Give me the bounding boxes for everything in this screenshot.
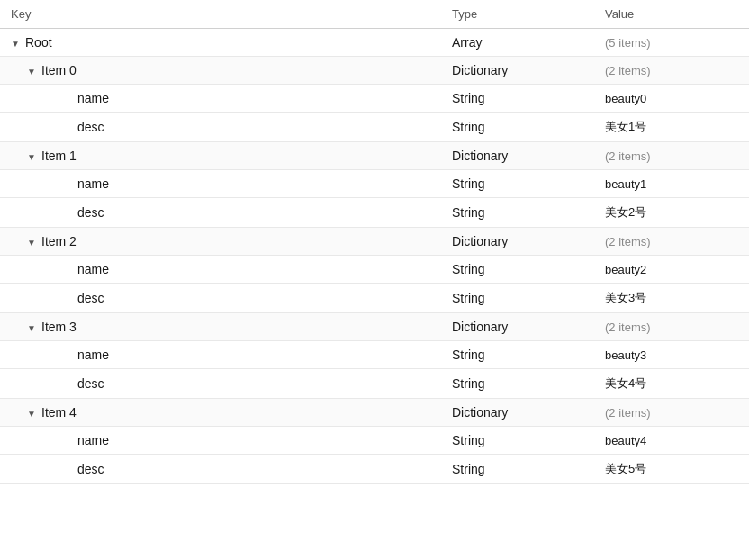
- key-label: desc: [77, 376, 104, 391]
- expand-triangle-icon[interactable]: ▼: [27, 67, 40, 77]
- plist-viewer: Key Type Value ▼RootArray(5 items)▼Item …: [0, 0, 749, 560]
- data-table: Key Type Value ▼RootArray(5 items)▼Item …: [0, 0, 749, 484]
- key-label: Root: [25, 35, 52, 50]
- key-label: desc: [77, 205, 104, 220]
- table-row: nameStringbeauty4: [0, 427, 749, 455]
- key-cell: name: [0, 341, 441, 369]
- key-label: Item 1: [41, 149, 77, 163]
- key-cell: desc: [0, 198, 441, 228]
- key-label: name: [77, 262, 109, 276]
- key-label: Item 4: [41, 405, 77, 420]
- table-row[interactable]: ▼Item 0Dictionary(2 items): [0, 57, 749, 85]
- type-cell: String: [441, 369, 594, 399]
- type-cell: String: [441, 198, 594, 228]
- type-cell: String: [441, 256, 594, 284]
- table-row[interactable]: ▼Item 4Dictionary(2 items): [0, 399, 749, 427]
- type-cell: String: [441, 341, 594, 369]
- value-cell: 美女4号: [594, 369, 749, 399]
- key-label: desc: [77, 291, 104, 305]
- table-row: nameStringbeauty3: [0, 341, 749, 369]
- expand-triangle-icon[interactable]: ▼: [27, 152, 40, 162]
- key-cell: ▼Root: [0, 29, 441, 57]
- type-cell: Dictionary: [441, 399, 594, 427]
- value-cell: (2 items): [594, 142, 749, 170]
- value-column-header: Value: [594, 0, 749, 29]
- value-cell: beauty2: [594, 256, 749, 284]
- key-cell: desc: [0, 369, 441, 399]
- key-label: Item 0: [41, 63, 77, 77]
- type-cell: String: [441, 170, 594, 198]
- value-cell: 美女3号: [594, 284, 749, 313]
- key-cell: ▼Item 0: [0, 57, 441, 85]
- type-cell: String: [441, 427, 594, 455]
- expand-triangle-icon[interactable]: ▼: [11, 39, 23, 49]
- table-row: descString美女2号: [0, 198, 749, 228]
- key-cell: name: [0, 427, 441, 455]
- type-cell: String: [441, 455, 594, 484]
- key-cell: name: [0, 85, 441, 113]
- value-cell: 美女1号: [594, 113, 749, 142]
- table-row: descString美女1号: [0, 113, 749, 142]
- type-cell: Array: [441, 29, 594, 57]
- table-row[interactable]: ▼RootArray(5 items): [0, 29, 749, 57]
- table-row: descString美女5号: [0, 455, 749, 484]
- key-cell: ▼Item 2: [0, 228, 441, 256]
- table-row[interactable]: ▼Item 2Dictionary(2 items): [0, 228, 749, 256]
- table-row: nameStringbeauty1: [0, 170, 749, 198]
- value-cell: (5 items): [594, 29, 749, 57]
- value-cell: (2 items): [594, 228, 749, 256]
- type-cell: Dictionary: [441, 228, 594, 256]
- key-label: Item 2: [41, 234, 77, 248]
- key-column-header: Key: [0, 0, 441, 29]
- key-label: desc: [77, 462, 104, 476]
- type-cell: String: [441, 85, 594, 113]
- key-cell: name: [0, 170, 441, 198]
- key-cell: ▼Item 4: [0, 399, 441, 427]
- table-row[interactable]: ▼Item 3Dictionary(2 items): [0, 313, 749, 341]
- table-row: descString美女3号: [0, 284, 749, 313]
- table-row: nameStringbeauty0: [0, 85, 749, 113]
- value-cell: (2 items): [594, 57, 749, 85]
- key-cell: desc: [0, 284, 441, 313]
- value-cell: beauty4: [594, 427, 749, 455]
- expand-triangle-icon[interactable]: ▼: [27, 409, 40, 419]
- value-cell: 美女5号: [594, 455, 749, 484]
- type-cell: Dictionary: [441, 142, 594, 170]
- value-cell: beauty0: [594, 85, 749, 113]
- type-cell: String: [441, 284, 594, 313]
- key-cell: ▼Item 3: [0, 313, 441, 341]
- value-cell: beauty1: [594, 170, 749, 198]
- key-label: Item 3: [41, 320, 77, 334]
- key-cell: desc: [0, 455, 441, 484]
- key-label: name: [77, 91, 109, 105]
- key-label: desc: [77, 120, 104, 134]
- table-row: nameStringbeauty2: [0, 256, 749, 284]
- type-column-header: Type: [441, 0, 594, 29]
- key-cell: name: [0, 256, 441, 284]
- value-cell: (2 items): [594, 313, 749, 341]
- value-cell: (2 items): [594, 399, 749, 427]
- key-cell: desc: [0, 113, 441, 142]
- key-cell: ▼Item 1: [0, 142, 441, 170]
- table-row: descString美女4号: [0, 369, 749, 399]
- expand-triangle-icon[interactable]: ▼: [27, 238, 40, 248]
- table-row[interactable]: ▼Item 1Dictionary(2 items): [0, 142, 749, 170]
- value-cell: 美女2号: [594, 198, 749, 228]
- key-label: name: [77, 348, 109, 362]
- table-header: Key Type Value: [0, 0, 749, 29]
- key-label: name: [77, 433, 109, 447]
- type-cell: Dictionary: [441, 57, 594, 85]
- key-label: name: [77, 176, 109, 191]
- type-cell: Dictionary: [441, 313, 594, 341]
- type-cell: String: [441, 113, 594, 142]
- value-cell: beauty3: [594, 341, 749, 369]
- expand-triangle-icon[interactable]: ▼: [27, 323, 40, 333]
